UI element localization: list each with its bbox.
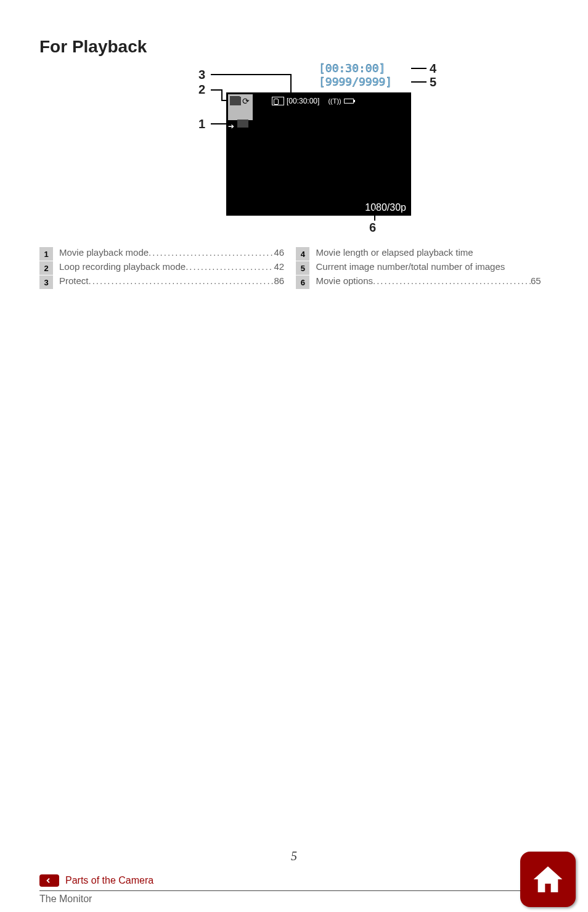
back-button[interactable] bbox=[39, 874, 59, 887]
legend-text: Movie playback mode bbox=[59, 247, 149, 258]
leader-line bbox=[211, 89, 222, 91]
legend-index: 3 bbox=[39, 275, 53, 289]
page-ref[interactable]: 86 bbox=[274, 275, 284, 286]
legend-index: 6 bbox=[296, 275, 309, 289]
legend-row: 1Movie playback mode46 bbox=[39, 247, 284, 261]
battery-icon bbox=[344, 99, 354, 104]
breadcrumb-label[interactable]: Parts of the Camera bbox=[65, 875, 153, 886]
leader-line bbox=[221, 100, 226, 101]
legend-row: 6Movie options65 bbox=[296, 275, 540, 289]
resolution-text: 1080/30p bbox=[365, 202, 406, 213]
callout-3: 3 bbox=[198, 68, 205, 82]
elapsed-overlay: [00:30:00] bbox=[319, 62, 385, 75]
legend-index: 4 bbox=[296, 247, 309, 261]
legend-index: 2 bbox=[39, 261, 53, 275]
legend-row: 5Current image number/total number of im… bbox=[296, 261, 540, 275]
wifi-icon: ((T)) bbox=[328, 97, 341, 105]
arrow-icon bbox=[228, 120, 237, 129]
leader-line bbox=[374, 210, 375, 221]
back-arrow-icon bbox=[43, 876, 53, 886]
legend-row: 3Protect86 bbox=[39, 275, 284, 289]
dot-leaders bbox=[186, 261, 274, 272]
leader-line bbox=[290, 74, 292, 94]
legend-row: 4Movie length or elapsed playback time bbox=[296, 247, 540, 261]
dot-leaders bbox=[149, 247, 274, 258]
counter-overlay: [9999/9999] bbox=[319, 75, 392, 88]
callout-2: 2 bbox=[198, 83, 205, 97]
dot-leaders bbox=[373, 275, 531, 286]
callout-5: 5 bbox=[430, 75, 436, 89]
divider bbox=[39, 890, 549, 891]
leader-line bbox=[411, 68, 427, 69]
dot-leaders bbox=[89, 275, 274, 286]
legend-right-column: 4Movie length or elapsed playback time5C… bbox=[296, 246, 540, 290]
callout-1: 1 bbox=[198, 117, 205, 131]
page-ref[interactable]: 65 bbox=[531, 275, 541, 286]
section-subtitle: The Monitor bbox=[39, 894, 588, 905]
lcd-screen: [00:30:00] ((T)) 1080/30p bbox=[226, 92, 411, 216]
filmclip-icon bbox=[230, 97, 241, 105]
timebar-text: [00:30:00] bbox=[287, 97, 319, 105]
home-button[interactable] bbox=[520, 852, 576, 907]
callout-4: 4 bbox=[430, 62, 436, 76]
page-ref[interactable]: 42 bbox=[274, 261, 284, 272]
leader-line bbox=[211, 74, 291, 75]
sd-lock-icon bbox=[272, 97, 284, 105]
page-ref[interactable]: 46 bbox=[274, 247, 284, 258]
legend-index: 1 bbox=[39, 247, 53, 261]
page-number: 5 bbox=[0, 849, 588, 863]
legend-left-column: 1Movie playback mode462Loop recording pl… bbox=[39, 246, 284, 290]
legend-text: Movie length or elapsed playback time bbox=[316, 247, 540, 258]
legend-index: 5 bbox=[296, 261, 309, 275]
legend-text: Protect bbox=[59, 275, 89, 286]
legend-text: Loop recording playback mode bbox=[59, 261, 186, 272]
callout-6: 6 bbox=[369, 221, 376, 235]
leader-line bbox=[221, 89, 223, 100]
section-heading: For Playback bbox=[39, 37, 549, 57]
legend-text: Current image number/total number of ima… bbox=[316, 261, 540, 272]
leader-line bbox=[211, 123, 226, 124]
legend-text: Movie options bbox=[316, 275, 373, 286]
film-icon bbox=[237, 120, 248, 128]
legend-row: 2Loop recording playback mode42 bbox=[39, 261, 284, 275]
playback-diagram: [00:30:00] [9999/9999] [00:30:00] ((T)) … bbox=[103, 68, 485, 234]
leader-line bbox=[411, 81, 427, 83]
home-icon bbox=[531, 862, 565, 897]
